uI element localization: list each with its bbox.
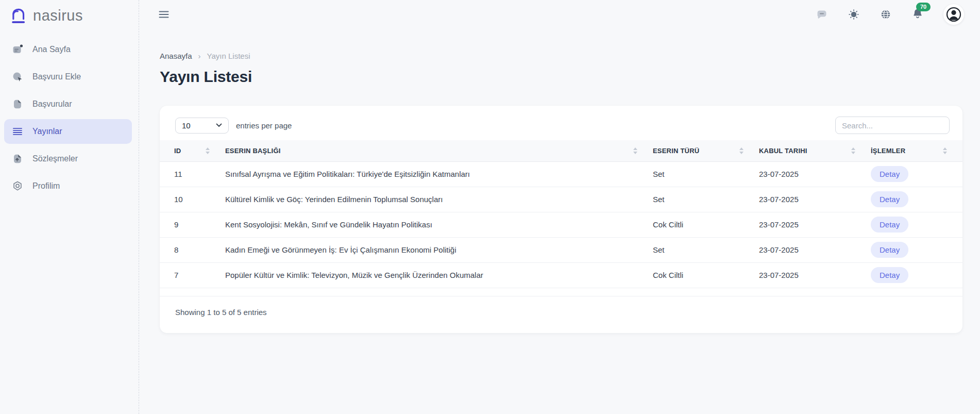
chat-icon[interactable] [816,8,828,21]
main-area: 70 Anasayfa › Yayın Listesi Yayın Lis [139,0,980,414]
table-row: 7 Popüler Kültür ve Kimlik: Televizyon, … [160,262,962,288]
sort-toggle-icon[interactable] [851,147,855,154]
breadcrumb: Anasayfa › Yayın Listesi [160,52,964,60]
detail-button[interactable]: Detay [871,217,908,233]
hamburger-menu-icon[interactable] [158,8,170,21]
table-footer-summary: Showing 1 to 5 of 5 entries [160,296,962,317]
document-icon [11,98,24,110]
column-label: KABUL TARIHI [759,147,807,155]
table-spacer-row [160,288,962,296]
topbar-actions: 70 [816,4,964,25]
sort-toggle-icon[interactable] [633,147,637,154]
sort-toggle-icon[interactable] [206,147,210,154]
column-label: ESERIN BAŞLIĞI [225,147,281,155]
brand-logo[interactable]: nasirus [0,4,139,27]
cell-id: 11 [160,161,225,187]
table-row: 9 Kent Sosyolojisi: Mekân, Sınıf ve Günd… [160,212,962,237]
table-row: 10 Kültürel Kimlik ve Göç: Yerinden Edil… [160,187,962,212]
sidebar-item-label: Ana Sayfa [32,45,71,54]
cell-id: 10 [160,187,225,212]
column-header-eserin-turu[interactable]: ESERIN TÜRÜ [653,140,759,161]
publications-table: ID ESERIN BAŞLIĞI ESERIN TÜRÜ [160,140,962,296]
column-header-eserin-basligi[interactable]: ESERIN BAŞLIĞI [225,140,653,161]
sidebar-nav: Ana Sayfa Başvuru Ekle Başvurular [0,37,139,198]
entries-per-page-label: entries per page [236,121,292,130]
sidebar-item-label: Başvuru Ekle [32,72,81,81]
detail-button[interactable]: Detay [871,191,908,207]
cell-date: 23-07-2025 [759,262,871,288]
cell-date: 23-07-2025 [759,237,871,262]
notification-count-badge: 70 [916,3,931,11]
cell-date: 23-07-2025 [759,212,871,237]
column-header-islemler[interactable]: İŞLEMLER [871,140,962,161]
circle-cursor-icon [11,71,24,83]
sidebar-item-sozlesmeler[interactable]: Sözleşmeler [4,146,132,171]
cell-title: Kent Sosyolojisi: Mekân, Sınıf ve Gündel… [225,212,653,237]
cell-title: Popüler Kültür ve Kimlik: Televizyon, Mü… [225,262,653,288]
detail-button[interactable]: Detay [871,267,908,283]
column-label: İŞLEMLER [871,147,905,155]
column-label: ESERIN TÜRÜ [653,147,699,155]
cell-date: 23-07-2025 [759,187,871,212]
cell-date: 23-07-2025 [759,161,871,187]
cell-type: Set [653,161,759,187]
chevron-down-icon [216,123,222,127]
nasirus-logo-icon [9,6,28,25]
search-input[interactable] [835,117,950,134]
person-icon [945,6,962,23]
sidebar-item-basvurular[interactable]: Başvurular [4,92,132,117]
sort-toggle-icon[interactable] [739,147,744,154]
sort-toggle-icon[interactable] [943,147,947,154]
sidebar: nasirus Ana Sayfa Başvuru Ekle [0,0,139,414]
detail-button[interactable]: Detay [871,242,908,258]
sidebar-item-label: Başvurular [32,100,72,109]
column-label: ID [174,147,181,155]
sidebar-item-yayinlar[interactable]: Yayınlar [4,119,132,144]
sidebar-item-label: Yayınlar [32,127,62,136]
brand-name: nasirus [33,7,83,24]
list-lines-icon [11,125,24,138]
cell-title: Sınıfsal Ayrışma ve Eğitim Politikaları:… [225,161,653,187]
cell-type: Cok Ciltli [653,262,759,288]
sidebar-item-basvuru-ekle[interactable]: Başvuru Ekle [4,64,132,89]
breadcrumb-home-link[interactable]: Anasayfa [160,52,192,60]
cell-type: Cok Ciltli [653,212,759,237]
sidebar-item-ana-sayfa[interactable]: Ana Sayfa [4,37,132,62]
table-controls: 10 entries per page [160,106,962,134]
note-icon [11,43,24,56]
column-header-id[interactable]: ID [160,140,225,161]
table-row: 8 Kadın Emeği ve Görünmeyen İş: Ev İçi Ç… [160,237,962,262]
publications-card: 10 entries per page ID [160,106,962,333]
user-avatar[interactable] [943,4,964,25]
topbar: 70 [139,0,980,29]
cell-title: Kadın Emeği ve Görünmeyen İş: Ev İçi Çal… [225,237,653,262]
cell-id: 9 [160,212,225,237]
breadcrumb-current: Yayın Listesi [207,52,250,60]
page-size-value: 10 [182,121,191,130]
theme-sun-icon[interactable] [848,8,860,21]
cell-id: 7 [160,262,225,288]
cell-id: 8 [160,237,225,262]
cell-type: Set [653,237,759,262]
hexagon-profile-icon [11,180,24,192]
column-header-kabul-tarihi[interactable]: KABUL TARIHI [759,140,871,161]
cell-title: Kültürel Kimlik ve Göç: Yerinden Edilmen… [225,187,653,212]
page-title: Yayın Listesi [160,68,964,86]
page-size-select[interactable]: 10 [175,118,229,134]
sidebar-item-label: Profilim [32,181,60,191]
breadcrumb-separator: › [198,52,201,60]
detail-button[interactable]: Detay [871,166,908,182]
notifications-button[interactable]: 70 [911,7,924,22]
language-globe-icon[interactable] [880,8,892,21]
document-upload-icon [11,153,24,165]
app-root: nasirus Ana Sayfa Başvuru Ekle [0,0,980,414]
sidebar-item-label: Sözleşmeler [32,154,78,163]
page-content: Anasayfa › Yayın Listesi Yayın Listesi 1… [139,52,980,333]
table-row: 11 Sınıfsal Ayrışma ve Eğitim Politikala… [160,161,962,187]
table-header-row: ID ESERIN BAŞLIĞI ESERIN TÜRÜ [160,140,962,161]
cell-type: Set [653,187,759,212]
sidebar-item-profilim[interactable]: Profilim [4,174,132,198]
